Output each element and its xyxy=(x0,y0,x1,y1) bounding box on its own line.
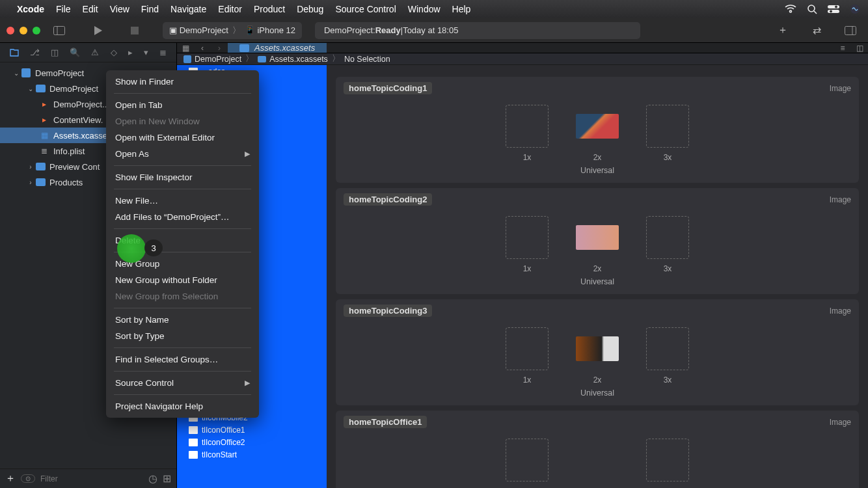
context-menu-item[interactable]: Show File Inspector xyxy=(106,169,259,185)
related-items-icon[interactable]: ▦ xyxy=(177,44,194,53)
menu-file[interactable]: File xyxy=(56,4,71,14)
menu-help[interactable]: Help xyxy=(452,4,471,14)
test-navigator-tab[interactable]: ◇ xyxy=(111,47,117,57)
image-set-icon xyxy=(189,451,198,459)
slot-scale-label: 1x xyxy=(523,153,532,162)
jump-bar[interactable]: DemoProject 〉 Assets.xcassets 〉 No Selec… xyxy=(177,53,868,65)
image-slot[interactable]: 3x xyxy=(646,327,689,385)
context-menu-item[interactable]: Open As▶ xyxy=(106,146,259,162)
image-slot[interactable]: 1x xyxy=(506,327,549,385)
toggle-inspector-icon[interactable] xyxy=(842,22,859,39)
spotlight-icon[interactable] xyxy=(807,4,817,14)
asset-name[interactable]: homeTopicCoding3 xyxy=(344,305,432,317)
context-menu-label: New File… xyxy=(115,196,158,206)
image-slot[interactable]: 3x xyxy=(646,216,689,273)
editor-tab[interactable]: Assets.xcassets xyxy=(228,43,327,53)
report-navigator-tab[interactable]: ≣ xyxy=(159,47,167,57)
menu-edit[interactable]: Edit xyxy=(83,4,98,14)
scheme-device: iPhone 12 xyxy=(257,25,295,35)
context-menu-label: Source Control xyxy=(115,378,174,388)
context-menu-item[interactable]: New File… xyxy=(106,193,259,209)
code-review-icon[interactable]: ⇄ xyxy=(808,22,825,39)
navigator-bottom-bar: ＋ ⊙ ◷ ⊞ xyxy=(0,468,176,488)
filter-scope-icon[interactable]: ⊙ xyxy=(21,474,35,483)
split-editor-icon[interactable]: ◫ xyxy=(851,44,868,53)
svg-point-0 xyxy=(808,5,815,12)
menu-find[interactable]: Find xyxy=(141,4,159,14)
forward-button[interactable]: › xyxy=(211,44,228,53)
image-slot[interactable]: 1x xyxy=(506,439,549,488)
context-menu-item[interactable]: Source Control▶ xyxy=(106,375,259,391)
scheme-selector[interactable]: ▣ DemoProject 〉 📱 iPhone 12 xyxy=(163,22,302,39)
menu-source-control[interactable]: Source Control xyxy=(335,4,396,14)
recent-filter-icon[interactable]: ◷ xyxy=(148,472,157,485)
source-control-navigator-tab[interactable]: ⎇ xyxy=(30,47,40,57)
add-icon[interactable]: ＋ xyxy=(5,472,16,485)
app-menu[interactable]: Xcode xyxy=(17,4,44,14)
scm-filter-icon[interactable]: ⊞ xyxy=(163,472,171,485)
asset-list-label: tlIconOffice2 xyxy=(202,438,245,447)
find-navigator-tab[interactable]: 🔍 xyxy=(70,47,80,57)
image-thumbnail xyxy=(576,448,619,472)
asset-list-item[interactable]: tlIconOffice1 xyxy=(177,424,327,436)
context-menu-item[interactable]: Find in Selected Groups… xyxy=(106,351,259,368)
context-menu-label: Project Navigator Help xyxy=(115,401,203,411)
menu-editor[interactable]: Editor xyxy=(218,4,242,14)
minimize-window-button[interactable] xyxy=(20,27,27,34)
menu-navigate[interactable]: Navigate xyxy=(170,4,206,14)
menu-product[interactable]: Product xyxy=(254,4,285,14)
context-menu-item[interactable]: Open with External Editor xyxy=(106,129,259,146)
image-slot[interactable]: 1x xyxy=(506,216,549,273)
image-slot[interactable]: 2x xyxy=(576,439,619,488)
context-menu-label: Find in Selected Groups… xyxy=(115,355,218,364)
menu-window[interactable]: Window xyxy=(408,4,441,14)
context-menu-item[interactable]: Sort by Type xyxy=(106,328,259,344)
svg-rect-9 xyxy=(131,27,139,34)
image-slot[interactable]: 2x xyxy=(576,105,619,162)
breakpoint-navigator-tab[interactable]: ▾ xyxy=(144,47,148,57)
zoom-window-button[interactable] xyxy=(33,27,40,34)
run-button[interactable] xyxy=(90,22,107,39)
back-button[interactable]: ‹ xyxy=(194,44,211,53)
context-menu-item[interactable]: Project Navigator Help xyxy=(106,398,259,414)
siri-icon[interactable] xyxy=(850,4,860,14)
debug-navigator-tab[interactable]: ▸ xyxy=(128,47,133,57)
context-menu-item[interactable]: Sort by Name xyxy=(106,312,259,328)
menu-view[interactable]: View xyxy=(110,4,129,14)
context-menu-item[interactable]: New Group without Folder xyxy=(106,272,259,288)
image-slot[interactable]: 2x xyxy=(576,216,619,273)
close-window-button[interactable] xyxy=(7,27,14,34)
asset-list-item[interactable]: tlIconStart xyxy=(177,448,327,461)
image-slot[interactable]: 3x xyxy=(646,105,689,162)
asset-list-item[interactable]: tlIconOffice2 xyxy=(177,436,327,448)
image-slot[interactable]: 3x xyxy=(646,439,689,488)
slot-scale-label: 3x xyxy=(664,153,672,162)
image-slot[interactable]: 2x xyxy=(576,327,619,385)
stop-button[interactable] xyxy=(126,22,143,39)
issue-navigator-tab[interactable]: ⚠ xyxy=(91,47,99,57)
control-center-icon[interactable] xyxy=(828,5,839,13)
asset-name[interactable]: homeTopicCoding2 xyxy=(344,193,432,206)
context-menu-item[interactable]: Show in Finder xyxy=(106,74,259,90)
context-menu-item: New Group from Selection xyxy=(106,288,259,305)
svg-point-4 xyxy=(835,6,837,8)
editor-tab-bar: ▦ ‹ › Assets.xcassets ≡ ◫ xyxy=(177,43,868,53)
navigator-filter-input[interactable] xyxy=(40,474,143,483)
add-editor-icon[interactable]: ＋ xyxy=(774,22,791,39)
asset-name[interactable]: homeTopicOffice1 xyxy=(344,416,427,428)
slot-scale-label: 2x xyxy=(593,264,602,273)
menu-debug[interactable]: Debug xyxy=(297,4,323,14)
wifi-icon[interactable] xyxy=(785,5,796,14)
context-menu-item[interactable]: Add Files to “DemoProject”… xyxy=(106,209,259,225)
crumb-project: DemoProject xyxy=(183,55,241,64)
context-menu-label: Show File Inspector xyxy=(115,172,193,182)
image-slot[interactable]: 1x xyxy=(506,105,549,162)
scheme-app-icon: ▣ xyxy=(169,25,177,35)
symbol-navigator-tab[interactable]: ◫ xyxy=(51,47,59,57)
context-menu-label: Sort by Type xyxy=(115,331,165,341)
context-menu-item[interactable]: Open in Tab xyxy=(106,97,259,113)
editor-options-icon[interactable]: ≡ xyxy=(834,44,851,53)
toggle-navigator-icon[interactable] xyxy=(51,22,68,39)
project-navigator-tab[interactable] xyxy=(10,48,19,57)
asset-name[interactable]: homeTopicCoding1 xyxy=(344,82,432,94)
